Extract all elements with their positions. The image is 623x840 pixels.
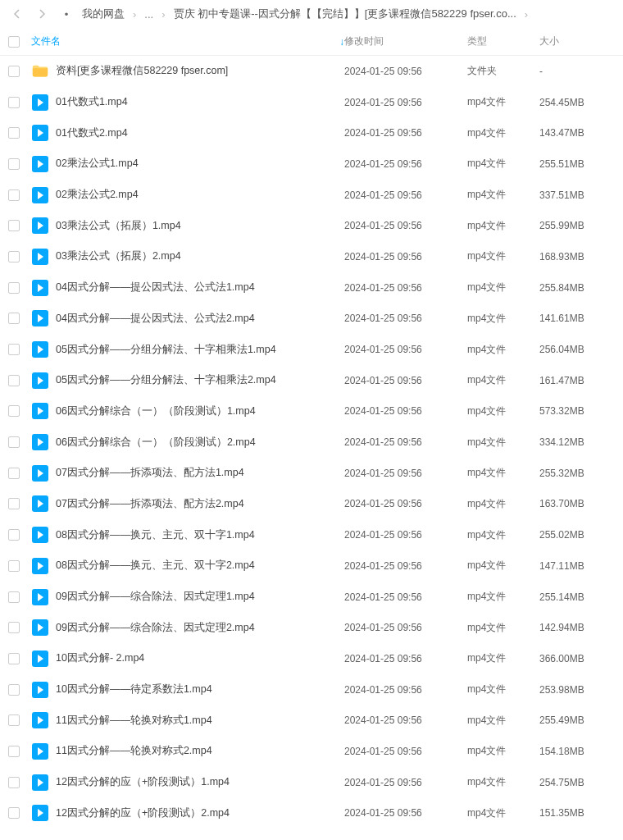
row-checkbox[interactable] [8,344,20,355]
file-type: mp4文件 [467,621,539,635]
select-all-checkbox[interactable] [8,36,20,48]
table-row[interactable]: 06因式分解综合（一）（阶段测试）1.mp42024-01-25 09:56mp… [0,396,623,427]
breadcrumb-current[interactable]: 贾庆 初中专题课--因式分解【【完结】】[更多课程微信582229 fpser.… [174,7,516,21]
table-row[interactable]: 02乘法公式2.mp42024-01-25 09:56mp4文件337.51MB [0,180,623,211]
file-type: mp4文件 [467,404,539,418]
row-checkbox[interactable] [8,746,20,757]
row-checkbox[interactable] [8,560,20,572]
table-row[interactable]: 08因式分解——换元、主元、双十字1.mp42024-01-25 09:56mp… [0,519,623,550]
row-checkbox[interactable] [8,591,20,603]
column-header-name[interactable]: 文件名 [31,34,338,48]
row-checkbox[interactable] [8,468,20,479]
row-checkbox[interactable] [8,653,20,664]
nav-home-button[interactable]: • [57,5,75,23]
video-file-icon [31,248,49,266]
file-name: 07因式分解——拆添项法、配方法1.mp4 [56,466,244,480]
row-checkbox[interactable] [8,622,20,633]
file-type: mp4文件 [467,373,539,387]
file-type: mp4文件 [467,806,539,820]
row-checkbox[interactable] [8,282,20,294]
table-row[interactable]: 01代数式1.mp42024-01-25 09:56mp4文件254.45MB [0,87,623,118]
file-type: mp4文件 [467,466,539,480]
video-file-icon [31,217,49,235]
video-file-icon [31,804,49,822]
table-row[interactable]: 11因式分解——轮换对称式1.mp42024-01-25 09:56mp4文件2… [0,705,623,736]
file-size: 334.12MB [539,436,615,448]
file-type: mp4文件 [467,714,539,728]
column-header-type[interactable]: 类型 [467,34,539,48]
nav-forward-button[interactable] [33,5,51,23]
row-checkbox[interactable] [8,714,20,726]
video-file-icon [31,588,49,606]
video-file-icon [31,309,49,327]
file-mtime: 2024-01-25 09:56 [344,684,467,696]
file-type: mp4文件 [467,343,539,357]
file-size: 255.84MB [539,282,615,294]
table-row[interactable]: 07因式分解——拆添项法、配方法2.mp42024-01-25 09:56mp4… [0,489,623,520]
file-mtime: 2024-01-25 09:56 [344,344,467,355]
file-name: 05因式分解——分组分解法、十字相乘法1.mp4 [56,343,276,357]
breadcrumb-ellipsis[interactable]: ... [144,8,153,21]
row-checkbox[interactable] [8,498,20,509]
nav-back-button[interactable] [8,5,26,23]
column-header-mtime[interactable]: 修改时间 [344,34,467,48]
row-checkbox[interactable] [8,405,20,417]
table-row[interactable]: 05因式分解——分组分解法、十字相乘法1.mp42024-01-25 09:56… [0,334,623,365]
chevron-right-icon: › [161,8,165,21]
file-type: mp4文件 [467,126,539,140]
table-row[interactable]: 03乘法公式（拓展）2.mp42024-01-25 09:56mp4文件168.… [0,241,623,272]
row-checkbox[interactable] [8,375,20,386]
row-checkbox[interactable] [8,66,20,77]
video-file-icon [31,402,49,420]
row-checkbox[interactable] [8,97,20,108]
table-row[interactable]: 01代数式2.mp42024-01-25 09:56mp4文件143.47MB [0,117,623,148]
file-mtime: 2024-01-25 09:56 [344,560,467,572]
column-header-size[interactable]: 大小 [539,34,615,48]
file-size: 255.14MB [539,591,615,603]
table-row[interactable]: 12因式分解的应（+阶段测试）2.mp42024-01-25 09:56mp4文… [0,798,623,829]
table-row[interactable]: 07因式分解——拆添项法、配方法1.mp42024-01-25 09:56mp4… [0,458,623,489]
row-checkbox[interactable] [8,189,20,201]
row-checkbox[interactable] [8,220,20,231]
table-row[interactable]: 02乘法公式1.mp42024-01-25 09:56mp4文件255.51MB [0,148,623,180]
row-checkbox[interactable] [8,127,20,139]
file-name: 02乘法公式2.mp4 [56,188,139,202]
file-size: 366.00MB [539,653,615,664]
table-row[interactable]: 08因式分解——换元、主元、双十字2.mp42024-01-25 09:56mp… [0,550,623,582]
file-name: 07因式分解——拆添项法、配方法2.mp4 [56,497,244,511]
file-type: mp4文件 [467,249,539,263]
row-checkbox[interactable] [8,313,20,324]
file-type: mp4文件 [467,219,539,233]
file-mtime: 2024-01-25 09:56 [344,282,467,294]
file-type: mp4文件 [467,682,539,696]
row-checkbox[interactable] [8,251,20,262]
file-name: 03乘法公式（拓展）1.mp4 [56,219,181,233]
row-checkbox[interactable] [8,436,20,448]
row-checkbox[interactable] [8,777,20,788]
row-checkbox[interactable] [8,158,20,170]
table-row[interactable]: 11因式分解——轮换对称式2.mp42024-01-25 09:56mp4文件1… [0,736,623,767]
table-row[interactable]: 09因式分解——综合除法、因式定理2.mp42024-01-25 09:56mp… [0,612,623,643]
table-row[interactable]: 10因式分解——待定系数法1.mp42024-01-25 09:56mp4文件2… [0,674,623,705]
file-mtime: 2024-01-25 09:56 [344,436,467,448]
file-size: 161.47MB [539,375,615,386]
table-row[interactable]: 05因式分解——分组分解法、十字相乘法2.mp42024-01-25 09:56… [0,365,623,396]
video-file-icon [31,279,49,297]
table-row[interactable]: 09因式分解——综合除法、因式定理1.mp42024-01-25 09:56mp… [0,582,623,613]
table-row[interactable]: 10因式分解- 2.mp42024-01-25 09:56mp4文件366.00… [0,643,623,674]
table-row[interactable]: 06因式分解综合（一）（阶段测试）2.mp42024-01-25 09:56mp… [0,427,623,458]
table-row[interactable]: 04因式分解——提公因式法、公式法2.mp42024-01-25 09:56mp… [0,304,623,335]
video-file-icon [31,557,49,575]
breadcrumb-bar: • 我的网盘 › ... › 贾庆 初中专题课--因式分解【【完结】】[更多课程… [0,0,623,28]
table-row[interactable]: 04因式分解——提公因式法、公式法1.mp42024-01-25 09:56mp… [0,272,623,304]
row-checkbox[interactable] [8,684,20,696]
row-checkbox[interactable] [8,807,20,819]
file-size: 255.99MB [539,220,615,231]
table-row[interactable]: 12因式分解的应（+阶段测试）1.mp42024-01-25 09:56mp4文… [0,767,623,798]
table-row[interactable]: 资料[更多课程微信582229 fpser.com]2024-01-25 09:… [0,56,623,87]
table-row[interactable]: 03乘法公式（拓展）1.mp42024-01-25 09:56mp4文件255.… [0,210,623,241]
breadcrumb-root[interactable]: 我的网盘 [82,7,125,21]
chevron-right-icon: › [525,8,528,21]
row-checkbox[interactable] [8,529,20,541]
file-name: 06因式分解综合（一）（阶段测试）1.mp4 [56,404,256,418]
